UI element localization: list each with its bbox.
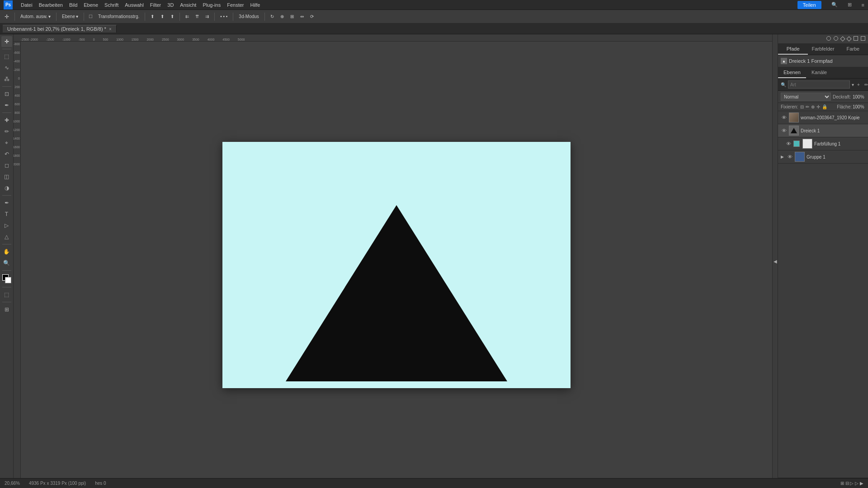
layer-name-dreieck: Dreieck 1	[801, 128, 865, 133]
dodge-tool[interactable]: ◑	[1, 183, 12, 193]
menu-ebene[interactable]: Ebene	[84, 2, 98, 8]
3d-slide-btn[interactable]: ⇔	[298, 13, 306, 20]
lock-pixel-btn[interactable]: ✏	[805, 104, 810, 110]
move-tool-btn[interactable]: ✛	[3, 13, 11, 21]
quick-mask-tool[interactable]: ⬚	[1, 289, 12, 300]
lock-artboard-btn[interactable]: ⊕	[811, 104, 815, 110]
share-button[interactable]: Teilen	[797, 1, 821, 9]
type-tool[interactable]: T	[1, 209, 12, 220]
lock-position-btn[interactable]: ⊟	[800, 104, 804, 110]
vruler-14: 2000	[14, 163, 20, 166]
opacity-label: Deckraft:	[833, 94, 851, 99]
tab-kanaele[interactable]: Kanäle	[806, 67, 832, 78]
tab-farbe[interactable]: Farbe	[838, 44, 868, 55]
history-brush-tool[interactable]: ↶	[1, 149, 12, 160]
menu-3d[interactable]: 3D	[167, 2, 174, 8]
layer-add-icon[interactable]: +	[856, 82, 861, 88]
tab-close-icon[interactable]: ×	[109, 27, 112, 32]
transformations-btn[interactable]: Transformationsstrg.	[96, 13, 141, 20]
ruler-tick-11: 3000	[177, 38, 184, 41]
menu-datei[interactable]: Datei	[21, 2, 33, 8]
content-area: -2500 -2000 -1500 -1000 -500 0 500 1000 …	[14, 34, 772, 488]
eraser-tool[interactable]: ◻	[1, 160, 12, 171]
align-top-btn[interactable]: ⬆	[149, 13, 156, 20]
layer-vis-woman[interactable]: 👁	[781, 114, 787, 121]
crop-tool[interactable]: ⊡	[1, 89, 12, 99]
blend-mode-select[interactable]: Normal	[781, 93, 831, 101]
menu-hilfe[interactable]: Hilfe	[250, 2, 260, 8]
tab-farbfelder[interactable]: Farbfelder	[808, 44, 838, 55]
magic-wand-tool[interactable]: ⁂	[1, 74, 12, 84]
opacity-value[interactable]: 100%	[853, 94, 865, 99]
distribute-left-btn[interactable]: ⇇	[184, 13, 191, 20]
fill-value[interactable]: 100%	[853, 104, 865, 109]
vruler-8: 800	[14, 111, 20, 114]
menu-auswahl[interactable]: Auswahl	[125, 2, 144, 8]
group-collapse-icon[interactable]: ▶	[781, 155, 784, 159]
layer-thumb-farbfuellung	[793, 141, 800, 147]
pen-tool[interactable]: ✒	[1, 197, 12, 208]
document-tab[interactable]: Unbenannt-1 bei 20,7% (Dreieck 1, RGB/8)…	[3, 25, 117, 33]
canvas-container[interactable]	[21, 42, 772, 488]
zoom-tool[interactable]: 🔍	[1, 258, 12, 268]
layer-vis-gruppe[interactable]: 👁	[787, 154, 793, 160]
3d-mode-btn[interactable]: 3d-Modus	[237, 13, 260, 20]
align-middle-btn[interactable]: ⬆	[159, 13, 166, 20]
3d-pan-btn[interactable]: ⊕	[278, 13, 286, 20]
menu-ansicht[interactable]: Ansicht	[180, 2, 196, 8]
background-color[interactable]	[5, 277, 11, 283]
gradient-tool[interactable]: ◫	[1, 171, 12, 182]
3d-scale-btn[interactable]: ⊞	[288, 13, 296, 20]
brush-tool[interactable]: ✏	[1, 126, 12, 137]
screen-mode-tool[interactable]: ⊞	[1, 304, 12, 315]
autom-dropdown[interactable]: Autom. ausw. ▾	[19, 13, 52, 20]
align-bottom-btn[interactable]: ⬆	[169, 13, 176, 20]
vruler-3: -200	[14, 68, 20, 71]
hand-tool[interactable]: ✋	[1, 246, 12, 257]
lasso-tool[interactable]: ∿	[1, 62, 12, 73]
3d-roll-btn[interactable]: ⟳	[308, 13, 316, 20]
marquee-tool[interactable]: ⬚	[1, 51, 12, 62]
heal-tool[interactable]: ✚	[1, 115, 12, 126]
arrange-icon[interactable]: ⊞	[848, 2, 852, 8]
collapse-panel-btn[interactable]: ◀	[772, 34, 778, 488]
lock-all-btn[interactable]: 🔒	[821, 104, 828, 110]
shape-tool[interactable]: △	[1, 231, 12, 242]
lock-move-btn[interactable]: ✛	[816, 104, 821, 110]
menu-bild[interactable]: Bild	[69, 2, 77, 8]
distribute-right-btn[interactable]: ⇉	[203, 13, 211, 20]
search-icon[interactable]: 🔍	[831, 2, 838, 8]
eyedropper-tool[interactable]: ✒	[1, 100, 12, 111]
menu-fenster[interactable]: Fenster	[227, 2, 244, 8]
menu-filter[interactable]: Filter	[150, 2, 161, 8]
lock-row: Fixieren: ⊟ ✏ ⊕ ✛ 🔒 Fläche: 100%	[778, 103, 868, 111]
path-select-tool[interactable]: ▷	[1, 220, 12, 231]
layer-vis-dreieck[interactable]: 👁	[781, 127, 787, 134]
color-swatch[interactable]	[1, 273, 12, 284]
layer-item-gruppe[interactable]: ▶ 👁 Gruppe 1	[778, 150, 868, 164]
layer-thumb-dreieck	[789, 126, 799, 136]
menu-schrift[interactable]: Schrift	[104, 2, 118, 8]
menu-plugins[interactable]: Plug-ins	[203, 2, 221, 8]
canvas[interactable]	[222, 142, 571, 388]
more-options-btn[interactable]: • • •	[218, 13, 229, 20]
3d-roll-icon: ⟳	[310, 14, 314, 19]
layer-type-dropdown[interactable]: ▾	[852, 82, 854, 87]
3d-rotate-btn[interactable]: ↻	[269, 13, 276, 20]
transform-checkbox[interactable]: ☐	[89, 14, 93, 19]
layer-vis-farbfuellung[interactable]: 👁	[785, 141, 792, 147]
tab-pfade[interactable]: Pfade	[778, 44, 808, 55]
options-icon[interactable]: ≡	[862, 2, 864, 8]
3d-pan-icon: ⊕	[280, 14, 284, 19]
move-tool[interactable]: ✛	[1, 36, 12, 47]
layer-item-dreieck[interactable]: 👁 Dreieck 1	[778, 124, 868, 137]
ebene-dropdown[interactable]: Ebene ▾	[60, 13, 80, 20]
tab-ebenen[interactable]: Ebenen	[778, 67, 806, 78]
clone-tool[interactable]: ⌖	[1, 137, 12, 148]
layers-search-input[interactable]	[788, 80, 850, 89]
layer-brush-icon[interactable]: ✏	[863, 82, 868, 88]
distribute-center-btn[interactable]: ⇈	[193, 13, 201, 20]
layer-item-woman[interactable]: 👁 woman-2003647_1920 Kopie	[778, 111, 868, 124]
layer-item-farbfuellung[interactable]: 👁 Farbfüllung 1	[778, 137, 868, 150]
menu-bearbeiten[interactable]: Bearbeiten	[39, 2, 63, 8]
